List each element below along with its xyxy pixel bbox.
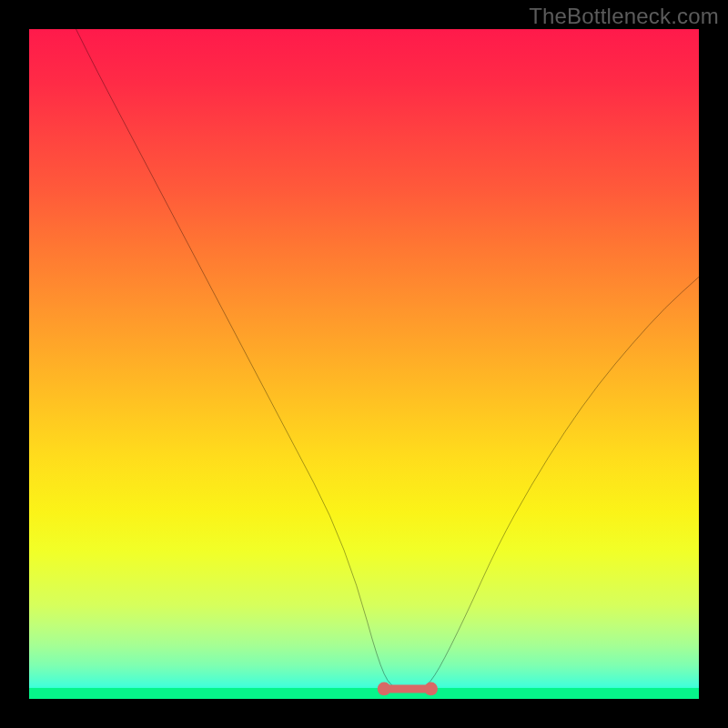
chart-frame: TheBottleneck.com xyxy=(0,0,728,728)
watermark-label: TheBottleneck.com xyxy=(529,4,719,29)
bottleneck-curve xyxy=(76,29,699,689)
flat-segment-end-dot xyxy=(424,682,438,696)
curve-layer xyxy=(29,29,699,699)
plot-area xyxy=(29,29,699,699)
flat-segment-start-dot xyxy=(378,682,391,696)
